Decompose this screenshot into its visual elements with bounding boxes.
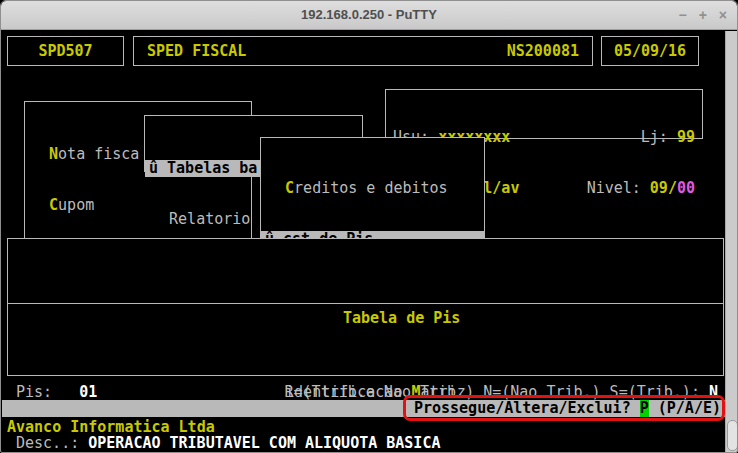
window-title: 192.168.0.250 - PuTTY: [1, 7, 737, 22]
store-label: Lj:: [641, 128, 677, 146]
maximize-icon[interactable]: +: [699, 6, 707, 24]
minimize-icon[interactable]: −: [678, 6, 686, 24]
panel-title: Tabela de Pis: [343, 309, 460, 327]
pis-code-value: 01: [79, 383, 97, 401]
putty-window: 192.168.0.250 - PuTTY − + × SPD507 SPED …: [0, 0, 738, 453]
tabela-pis-title-row: Tabela de Pis: [8, 273, 723, 304]
date-box: 05/09/16: [601, 36, 699, 66]
prompt-options: (P/A/E): [649, 400, 721, 417]
store-value: 99: [677, 128, 695, 146]
company-name: Avanco Informatica Ltda: [7, 419, 215, 436]
pis-label: Pis:: [16, 383, 79, 401]
prompt-text: Prossegue/Altera/Exclui?: [414, 400, 640, 417]
title-bar[interactable]: 192.168.0.250 - PuTTY − + ×: [1, 1, 737, 30]
status-bar: Prossegue/Altera/Exclui? P (P/A/E): [2, 400, 725, 417]
level-value: 09/: [650, 179, 677, 197]
program-code: SPD507: [38, 43, 92, 60]
desc-field[interactable]: Desc..: OPERACAO TRIBUTAVEL COM ALIQUOTA…: [16, 435, 440, 452]
submenu-cst-tables: Creditos e debitos û cst de Pis cst de C…: [260, 137, 485, 238]
close-icon[interactable]: ×: [719, 6, 727, 24]
level-field: Nivel: 09/00: [587, 180, 695, 197]
desc-value: OPERACAO TRIBUTAVEL COM ALIQUOTA BASICA: [88, 434, 440, 452]
level-label: Nivel:: [587, 179, 650, 197]
session-info-box: Usu: xxxxxxxx Lj: 99 Imp: ../rel/av Nive…: [385, 89, 703, 139]
store-field: Lj: 99: [641, 129, 695, 146]
app-title: SPED FISCAL: [147, 43, 246, 60]
terminal-screen[interactable]: SPD507 SPED FISCAL NS200081 05/09/16 Usu…: [2, 31, 736, 451]
level-sub-value: 00: [677, 179, 695, 197]
tabela-pis-panel: Tabela de Pis Pis: 01 R=(Ttrib.e Nao Tri…: [7, 238, 724, 376]
program-code-box: SPD507: [7, 36, 124, 66]
screen-code: NS200081: [507, 43, 579, 60]
scrollbar-thumb[interactable]: [727, 420, 738, 451]
desc-label: Desc..:: [16, 434, 88, 452]
submenu-item-creditos-debitos[interactable]: Creditos e debitos: [261, 180, 484, 197]
current-date: 05/09/16: [614, 43, 686, 60]
pis-field[interactable]: Pis: 01: [16, 384, 97, 401]
app-title-box: SPED FISCAL NS200081: [133, 36, 593, 66]
prompt-answer-cursor[interactable]: P: [640, 400, 649, 417]
terminal-scrollbar[interactable]: [725, 31, 738, 453]
